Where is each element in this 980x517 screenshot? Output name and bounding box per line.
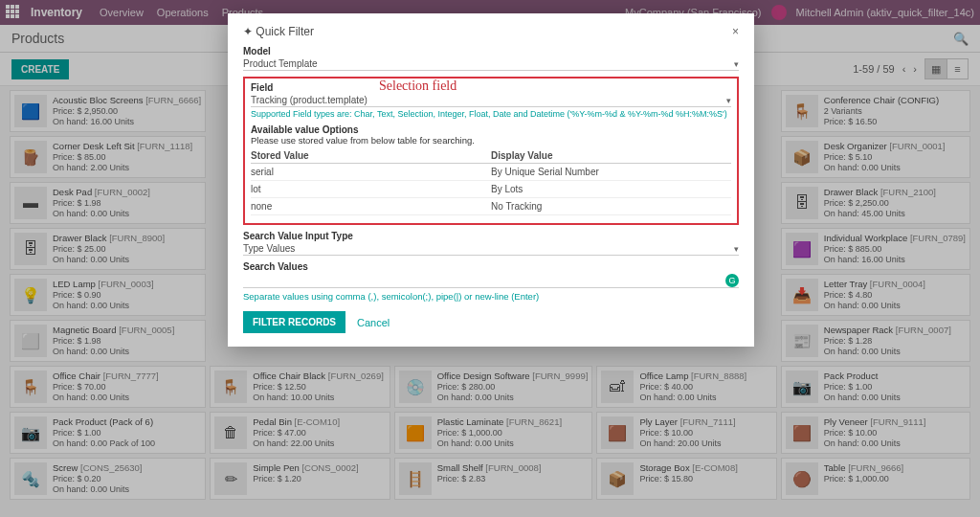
caret-down-icon: ▾ [734,59,739,69]
field-value: Tracking (product.template) [251,95,368,105]
model-label: Model [243,46,739,56]
caret-down-icon: ▾ [726,96,731,105]
field-label: Field [251,82,731,93]
modal-title: Quick Filter [256,25,314,38]
cancel-button[interactable]: Cancel [357,317,390,328]
stored-value: lot [251,184,491,194]
svtype-label: Search Value Input Type [243,231,739,241]
available-options-head: Available value Options [251,124,731,135]
grammarly-icon: G [725,274,739,287]
display-value: By Unique Serial Number [491,167,731,177]
filter-records-button[interactable]: FILTER RECORDS [243,311,345,333]
separator-note: Separate values using comma (,), semicol… [243,291,739,302]
field-select[interactable]: Tracking (product.template) ▾ [251,94,731,107]
option-row: noneNo Tracking [251,198,731,215]
close-icon[interactable]: × [732,25,739,38]
supported-types-hint: Supported Field types are: Char, Text, S… [251,109,731,119]
search-values-input[interactable]: G [243,273,739,288]
option-row: serialBy Unique Serial Number [251,164,731,181]
quick-filter-modal: ✦ Quick Filter × Model Product Template … [228,13,754,347]
option-row: lotBy Lots [251,181,731,198]
options-table: Stored Value Display Value serialBy Uniq… [251,148,731,215]
display-value: By Lots [491,184,731,194]
field-section-highlight: Selection field Field Tracking (product.… [243,77,739,225]
stored-value: none [251,201,491,212]
sv-label: Search Values [243,261,739,272]
model-select[interactable]: Product Template ▾ [243,57,739,71]
model-value: Product Template [243,58,318,69]
wand-icon: ✦ [243,25,253,38]
caret-down-icon: ▾ [734,244,739,254]
annotation-callout: Selection field [379,79,457,94]
col-stored: Stored Value [251,150,491,161]
display-value: No Tracking [491,201,731,212]
available-options-sub: Please use stored value from below table… [251,135,731,146]
col-display: Display Value [491,150,731,161]
stored-value: serial [251,167,491,177]
svtype-value: Type Values [243,243,295,254]
svtype-select[interactable]: Type Values ▾ [243,242,739,256]
